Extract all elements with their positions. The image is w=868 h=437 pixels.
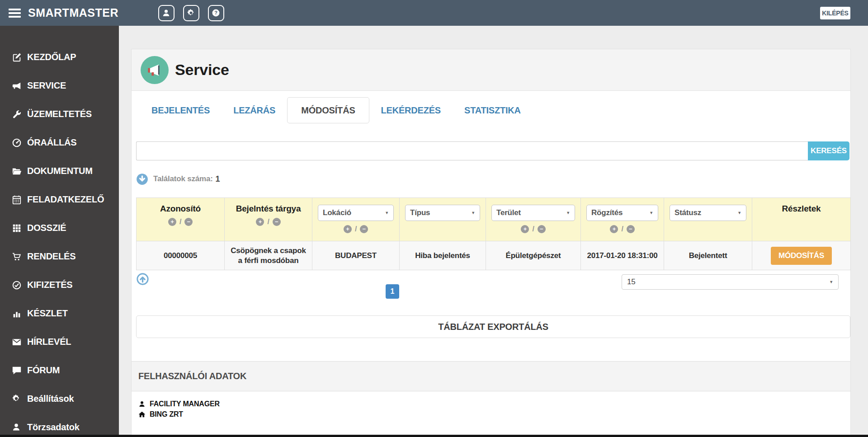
sidebar-item-label: FÓRUM: [27, 365, 60, 376]
scroll-down-icon[interactable]: [136, 173, 148, 185]
help-button[interactable]: ?: [208, 5, 224, 21]
gear-icon: [187, 9, 195, 17]
column-lokacio: Lokáció ▼ + / −: [312, 198, 400, 241]
sidebar-item-dosszie[interactable]: DOSSZIÉ: [0, 214, 119, 242]
main-content: Service BEJELENTÉS LEZÁRÁS MÓDOSÍTÁS LEK…: [119, 26, 868, 437]
lokacio-filter-select[interactable]: Lokáció ▼: [318, 205, 394, 221]
tipus-filter-select[interactable]: Típus ▼: [405, 205, 480, 221]
sidebar-item-kezdolap[interactable]: KEZDŐLAP: [0, 43, 119, 71]
sort-asc-icon[interactable]: +: [521, 225, 529, 233]
rogzites-filter-select[interactable]: Rögzítés ▼: [586, 205, 658, 221]
cell-statusz: Bejelentett: [664, 241, 752, 270]
sidebar-item-label: ÓRAÁLLÁS: [27, 137, 77, 148]
tab-lezaras[interactable]: LEZÁRÁS: [222, 97, 287, 123]
sort-desc-icon[interactable]: −: [273, 218, 281, 226]
results-label: Találatok száma:: [153, 174, 213, 183]
column-rogzites: Rögzítés ▼ + / −: [581, 198, 664, 241]
sidebar-item-label: DOKUMENTUM: [27, 166, 93, 176]
profile-button[interactable]: [158, 5, 175, 21]
svg-text:?: ?: [215, 10, 218, 15]
chevron-down-icon: ▼: [385, 211, 389, 215]
sidebar-item-dokumentum[interactable]: DOKUMENTUM: [0, 157, 119, 185]
sidebar-item-label: Törzsadatok: [27, 422, 80, 432]
sidebar-item-rendeles[interactable]: RENDELÉS: [0, 242, 119, 271]
sidebar-item-kifizetes[interactable]: KIFIZETÉS: [0, 271, 119, 299]
sort-asc-icon[interactable]: +: [168, 218, 176, 226]
edit-icon: [12, 52, 22, 62]
sidebar-item-label: RENDELÉS: [27, 251, 75, 262]
sidebar-item-hirlevel[interactable]: HÍRLEVÉL: [0, 328, 119, 356]
column-terulet: Terület ▼ + / −: [486, 198, 581, 241]
sidebar-item-label: KEZDŐLAP: [27, 52, 76, 62]
sidebar-item-keszlet[interactable]: KÉSZLET: [0, 299, 119, 328]
cell-targya: Csöpögnek a csapok a férfi mosdóban: [225, 241, 312, 270]
chevron-down-icon: ▼: [649, 211, 653, 215]
chevron-down-icon: ▼: [737, 211, 741, 215]
tab-lekerdezes[interactable]: LEKÉRDEZÉS: [369, 97, 453, 123]
tab-bejelentes[interactable]: BEJELENTÉS: [140, 97, 222, 123]
sidebar-item-label: SERVICE: [27, 80, 66, 91]
sidebar-item-label: DOSSZIÉ: [27, 223, 66, 233]
sidebar-item-oraallas[interactable]: ÓRAÁLLÁS: [0, 128, 119, 157]
sidebar-item-label: FELADATKEZELŐ: [27, 194, 104, 205]
column-targya: Bejelntés tárgya + / −: [225, 198, 312, 241]
logout-button[interactable]: KILÉPÉS: [820, 7, 850, 19]
chevron-down-icon: ▼: [471, 211, 475, 215]
user-icon: [162, 9, 170, 17]
cell-reszletek: MÓDOSÍTÁS: [752, 241, 851, 270]
app-brand: SMARTMASTER: [28, 6, 118, 19]
cell-lokacio: BUDAPEST: [312, 241, 400, 270]
results-summary: Találatok száma: 1: [136, 172, 850, 186]
user-data-panel: FELHASZNÁLÓI ADATOK FACILITY MANAGER BIN…: [132, 361, 850, 419]
cell-terulet: Épületgépészet: [486, 241, 581, 270]
terulet-filter-select[interactable]: Terület ▼: [491, 205, 575, 221]
sidebar-item-feladatkezelo[interactable]: FELADATKEZELŐ: [0, 185, 119, 214]
calendar-icon: [12, 195, 22, 205]
tab-statisztika[interactable]: STATISZTIKA: [453, 97, 533, 123]
sort-desc-icon[interactable]: −: [538, 225, 546, 233]
results-table: Azonosító + / − Bejelntés tárgya + / −: [136, 197, 851, 270]
user-company-line: BING ZRT: [138, 409, 850, 419]
tab-modositas[interactable]: MÓDOSÍTÁS: [287, 97, 369, 123]
sidebar-item-beallitasok[interactable]: Beállítások: [0, 385, 119, 413]
sort-desc-icon[interactable]: −: [184, 218, 193, 226]
sidebar-item-forum[interactable]: FÓRUM: [0, 356, 119, 385]
table-row: 00000005 Csöpögnek a csapok a férfi mosd…: [137, 241, 851, 270]
gauge-icon: [12, 138, 22, 148]
sort-asc-icon[interactable]: +: [256, 218, 264, 226]
results-count: 1: [216, 174, 220, 184]
topbar: SMARTMASTER ? KILÉPÉS: [0, 0, 868, 26]
sidebar-item-label: KÉSZLET: [27, 308, 68, 319]
sort-asc-icon[interactable]: +: [610, 225, 618, 233]
column-azonosito: Azonosító + / −: [137, 198, 225, 241]
sort-desc-icon[interactable]: −: [627, 225, 635, 233]
page-size-select[interactable]: 15 ▼: [622, 274, 839, 290]
tab-bar: BEJELENTÉS LEZÁRÁS MÓDOSÍTÁS LEKÉRDEZÉS …: [132, 91, 850, 128]
column-tipus: Típus ▼: [400, 198, 486, 241]
export-table-button[interactable]: TÁBLÁZAT EXPORTÁLÁS: [136, 315, 850, 338]
search-input[interactable]: [136, 141, 808, 160]
hamburger-menu-icon[interactable]: [9, 9, 21, 18]
settings-button[interactable]: [183, 5, 199, 21]
sort-desc-icon[interactable]: −: [360, 225, 368, 233]
check-circle-icon: [12, 280, 22, 290]
statusz-filter-select[interactable]: Státusz ▼: [670, 205, 746, 221]
sidebar-item-label: KIFIZETÉS: [27, 280, 72, 290]
sidebar-item-torzsadatok[interactable]: Törzsadatok: [0, 413, 119, 437]
scroll-up-icon[interactable]: [137, 273, 149, 285]
page-header: Service: [132, 49, 850, 91]
sidebar-item-uzemeltetes[interactable]: ÜZEMELTETÉS: [0, 100, 119, 128]
sidebar-item-service[interactable]: SERVICE: [0, 71, 119, 100]
help-icon: ?: [212, 9, 220, 17]
sidebar: KEZDŐLAP SERVICE ÜZEMELTETÉS ÓRAÁLLÁS DO…: [0, 26, 119, 437]
search-button[interactable]: KERESÉS: [808, 141, 849, 160]
sort-asc-icon[interactable]: +: [344, 225, 352, 233]
modify-row-button[interactable]: MÓDOSÍTÁS: [771, 247, 832, 265]
sidebar-item-label: HÍRLEVÉL: [27, 337, 71, 347]
pagination-page-1[interactable]: 1: [386, 284, 399, 299]
service-card: Service BEJELENTÉS LEZÁRÁS MÓDOSÍTÁS LEK…: [131, 49, 851, 437]
table-header-row: Azonosító + / − Bejelntés tárgya + / −: [137, 198, 851, 241]
topbar-icon-group: ?: [158, 5, 224, 21]
megaphone-icon: [12, 81, 22, 91]
user-icon: [138, 400, 146, 408]
